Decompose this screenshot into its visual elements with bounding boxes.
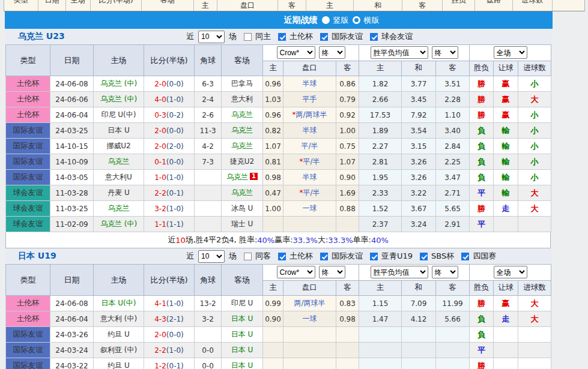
summary-part-3: 40% — [257, 236, 274, 245]
scope-select[interactable]: 全场 — [494, 46, 527, 59]
cell-euro-away: 5.66 — [436, 311, 470, 327]
cell-home: 乌克兰 — [94, 154, 144, 170]
cell-handicap — [494, 343, 518, 358]
recent-count-select[interactable]: 10 — [198, 250, 225, 263]
cell-date: 11-02-09 — [50, 217, 94, 232]
competition-checkbox-japan-3[interactable] — [420, 253, 428, 260]
competition-label-japan-2: 亚青U19 — [381, 251, 413, 262]
europe-metric-select[interactable]: 胜平负均值 — [371, 266, 428, 278]
cell-asia-home — [263, 327, 283, 343]
cell-goals: 大 — [518, 311, 551, 327]
line-text: 半球 — [303, 126, 317, 134]
cell-euro-home: 1.82 — [359, 76, 402, 92]
odds-company-select[interactable]: Crow* — [277, 46, 315, 59]
competition-checkbox-japan-1[interactable] — [320, 253, 328, 260]
strip-label-4: 客场 — [142, 0, 193, 5]
cell-score: 2-0(0-0) — [144, 76, 195, 92]
cell-type: 土伦杯 — [6, 76, 50, 92]
cell-euro-away: 2.25 — [436, 154, 470, 170]
strip-label-10: 客 — [402, 0, 442, 11]
recent-count-select[interactable]: 10 — [198, 31, 225, 43]
cell-corners — [195, 201, 222, 217]
strip-cell-10: 客 — [402, 0, 443, 11]
home-team-name: 日本 U(中) — [102, 299, 136, 307]
same-venue-checkbox-japan[interactable] — [244, 253, 252, 260]
cell-euro-away: 2.91 — [436, 217, 470, 232]
cell-euro-home: 2.33 — [359, 185, 402, 201]
europe-time-select[interactable]: 终 — [432, 46, 458, 59]
match-row: 土伦杯24-06-08日本 U(中)4-1(1-0)13-2印尼 U0.99两/… — [6, 296, 551, 311]
cell-away: 乌克兰 — [222, 185, 263, 201]
cell-handicap — [494, 358, 518, 369]
cell-goals-value: 大 — [531, 188, 539, 197]
cell-corners: 2-4 — [195, 92, 222, 107]
competition-checkbox-ukraine-1[interactable] — [320, 33, 328, 41]
cell-asia-home: 1.07 — [263, 139, 283, 154]
same-venue-checkbox-ukraine[interactable] — [244, 33, 252, 41]
competition-checkbox-ukraine-0[interactable] — [278, 33, 286, 41]
team-title-ukraine: 乌克兰 U23 — [18, 31, 65, 42]
home-team-name: 乌克兰 (中) — [100, 79, 137, 88]
summary-part-4: 赢率: — [274, 235, 292, 245]
cell-euro-draw: 3.15 — [402, 139, 436, 154]
away-team-name: 印尼 U — [231, 299, 253, 307]
odds-time-select[interactable]: 终 — [319, 46, 345, 59]
strip-cell-1: 日期 — [38, 0, 65, 11]
cell-corners: 7-3 — [195, 154, 222, 170]
strip-cell-11: 胜负 — [443, 0, 475, 11]
cell-handicap-value: 輸 — [502, 126, 510, 135]
halftime-score: (1-0) — [166, 205, 184, 213]
cell-outcome-value: 勝 — [477, 299, 485, 308]
odds-time-select[interactable]: 终 — [319, 266, 345, 278]
cell-home: 意大利 (中) — [94, 311, 144, 327]
layout-radio-1[interactable] — [353, 16, 360, 24]
competition-checkbox-japan-0[interactable] — [278, 253, 286, 260]
cell-asia-away — [336, 343, 359, 358]
halftime-score: (0-2) — [166, 111, 184, 119]
cell-asia-home: 1.03 — [263, 92, 283, 107]
cell-handicap: 輸 — [494, 123, 518, 139]
odds-company-select[interactable]: Crow* — [277, 266, 315, 278]
europe-time-select[interactable]: 终 — [432, 266, 458, 278]
cell-outcome-value: 負 — [477, 157, 485, 166]
line-text: 两/两球半 — [296, 110, 327, 119]
cell-asia-away: 0.79 — [336, 92, 359, 107]
competition-checkbox-japan-4[interactable] — [461, 253, 469, 260]
cell-away: 日本 U — [222, 327, 263, 343]
layout-radio-0[interactable] — [322, 16, 330, 24]
cell-goals: 小 — [518, 76, 551, 92]
competition-checkbox-japan-2[interactable] — [370, 253, 378, 260]
cell-corners: 0-0 — [195, 343, 222, 358]
cell-handicap-value: 赢 — [502, 299, 510, 308]
cell-euro-away — [436, 327, 470, 343]
europe-metric-select[interactable]: 胜平负均值 — [371, 46, 428, 59]
banner-title: 近期战绩 — [284, 15, 318, 26]
cell-euro-draw: 4.12 — [402, 311, 436, 327]
recent-results-banner: 近期战绩 竖版横版 — [5, 11, 553, 29]
competition-checkbox-ukraine-2[interactable] — [370, 33, 378, 41]
cell-outcome-value: 勝 — [477, 95, 485, 104]
cell-asia-away — [336, 358, 359, 369]
cell-outcome-value: 負 — [477, 314, 485, 323]
summary-part-1: 10 — [175, 236, 186, 245]
away-team-name: 意大利 — [231, 95, 253, 103]
away-team-name: 乌克兰 — [231, 110, 253, 119]
cell-asia-home: 0.98 — [263, 170, 283, 185]
cell-goals-value: 小 — [531, 79, 539, 88]
fulltime-score: 1-1 — [154, 220, 166, 229]
away-team-name: 乌克兰 — [231, 142, 253, 150]
asia-odds-controls: Crow*终 — [263, 45, 359, 61]
cell-away: 捷克U2 — [222, 154, 263, 170]
col-header-score: 比分(半场) — [144, 45, 195, 76]
cell-outcome: 負 — [470, 170, 494, 185]
cell-home: 乌克兰 (中) — [94, 76, 144, 92]
scope-select[interactable]: 全场 — [494, 266, 527, 278]
cell-euro-draw: 3.26 — [402, 154, 436, 170]
strip-label-13: 进球数 — [513, 0, 552, 5]
subcol-result-handicap: 让球 — [494, 280, 518, 296]
home-team-name: 叙利亚 (中) — [100, 346, 137, 354]
cell-asia-away: 0.75 — [336, 139, 359, 154]
fulltime-score: 2-2 — [154, 346, 166, 355]
cell-asia-home: 0.82 — [263, 123, 283, 139]
sections-root: 乌克兰 U23近10场同主土伦杯国际友谊球会友谊类型日期主场比分(半场)角球客场… — [0, 29, 588, 369]
